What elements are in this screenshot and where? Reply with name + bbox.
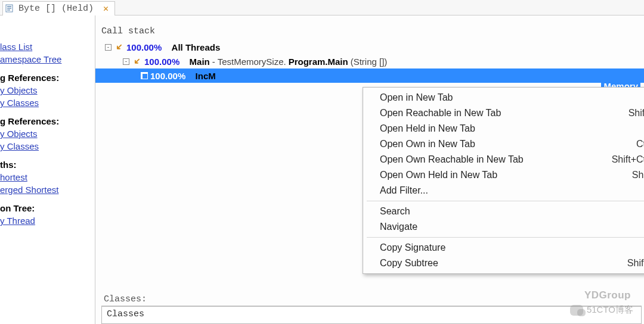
close-icon[interactable]: ✕ (103, 3, 109, 14)
main-panel: Call stack -➜ 100.00% All Threads-➜ 100.… (95, 15, 644, 324)
menu-item-label: Open in New Tab (380, 92, 453, 103)
sidebar-link[interactable]: lass List (0, 42, 95, 52)
menu-item[interactable]: Copy SignatureCtrl+C (363, 240, 644, 256)
menu-item-label: Open Own in New Tab (380, 139, 475, 149)
callstack-tree: -➜ 100.00% All Threads-➜ 100.00% Main - … (101, 40, 642, 83)
menu-item-label: Add Filter... (380, 185, 428, 196)
menu-shortcut: Shift+Ctrl+T (628, 108, 644, 119)
classes-header: Classes: (101, 293, 642, 306)
arrow-icon: ➜ (131, 55, 144, 68)
percent-value: 100.00% (150, 71, 185, 81)
svg-rect-3 (7, 10, 10, 11)
menu-item-label: Navigate (380, 222, 417, 232)
menu-separator (367, 237, 644, 238)
menu-item-label: Search (380, 206, 410, 217)
menu-item-label: Copy Signature (380, 242, 445, 253)
menu-item[interactable]: Open Own in New TabCtrl+Alt+T (363, 136, 644, 152)
menu-item[interactable]: Navigate▶ (363, 219, 644, 235)
menu-item[interactable]: Open in New TabCtrl+T (363, 90, 644, 105)
sidebar-link[interactable]: amespace Tree (0, 54, 95, 64)
sidebar-link[interactable]: erged Shortest (0, 185, 95, 195)
menu-item[interactable]: Search▶ (363, 204, 644, 219)
content-area: lass Listamespace Treeg References:y Obj… (0, 15, 644, 324)
node-context: - TestMemorySize. (212, 57, 286, 67)
node-name: Main (190, 57, 210, 67)
callstack-label: Call stack (101, 26, 642, 36)
node-name: All Threads (172, 42, 221, 52)
menu-item-label: Open Held in New Tab (380, 123, 475, 134)
tab-title: Byte [] (Held) (18, 4, 94, 14)
percent-value: 100.00% (126, 42, 162, 52)
sidebar-link[interactable]: y Objects (0, 129, 95, 139)
menu-item-label: Open Reachable in New Tab (380, 108, 501, 119)
sidebar-link[interactable]: y Thread (0, 216, 95, 226)
context-menu: Open in New TabCtrl+TOpen Reachable in N… (363, 87, 644, 274)
node-context-bold: Program.Main (289, 57, 348, 67)
menu-item[interactable]: Open Own Held in New TabShift+Alt+T (363, 167, 644, 183)
menu-shortcut: Shift+Ctrl+C (627, 258, 644, 269)
sidebar: lass Listamespace Treeg References:y Obj… (0, 15, 95, 324)
node-context-suffix: (String []) (351, 57, 388, 67)
menu-item[interactable]: Open Own Reachable in New TabShift+Ctrl+… (363, 152, 644, 167)
menu-shortcut: Shift+Alt+T (632, 170, 644, 180)
node-name: IncM (196, 71, 216, 81)
sidebar-heading: on Tree: (0, 203, 95, 213)
grid-icon (141, 72, 148, 79)
sidebar-heading: g References: (0, 73, 95, 83)
sidebar-link[interactable]: hortest (0, 172, 95, 182)
menu-item-label: Open Own Held in New Tab (380, 170, 497, 180)
tab-byte-held[interactable]: Byte [] (Held) ✕ (2, 1, 115, 15)
menu-shortcut: Shift+Ctrl+Alt+T (612, 154, 644, 165)
classes-panel: Classes: Classes (101, 293, 642, 324)
expand-toggle-icon[interactable]: - (105, 44, 112, 51)
menu-item[interactable]: Copy SubtreeShift+Ctrl+C (363, 256, 644, 271)
tab-bar: Byte [] (Held) ✕ (0, 0, 644, 15)
tree-row[interactable]: -➜ 100.00% Main - TestMemorySize.Program… (101, 54, 642, 68)
percent-value: 100.00% (144, 57, 179, 67)
arrow-icon: ➜ (113, 40, 126, 54)
menu-item-label: Copy Subtree (380, 258, 438, 269)
sidebar-link[interactable]: y Classes (0, 98, 95, 108)
tree-row[interactable]: -➜ 100.00% All Threads (101, 40, 642, 54)
svg-rect-2 (7, 8, 11, 9)
tree-row[interactable]: 100.00% IncM (95, 68, 644, 83)
sidebar-heading: ths: (0, 160, 95, 170)
svg-rect-1 (7, 6, 11, 7)
menu-item[interactable]: Open Reachable in New TabShift+Ctrl+T (363, 105, 644, 121)
sidebar-link[interactable]: y Objects (0, 85, 95, 95)
menu-item-label: Open Own Reachable in New Tab (380, 154, 524, 165)
menu-item[interactable]: Open Held in New TabShift+T (363, 121, 644, 136)
classes-body-text: Classes (107, 309, 144, 319)
file-icon (5, 4, 15, 13)
menu-item[interactable]: Add Filter... (363, 183, 644, 198)
expand-toggle-icon[interactable]: - (123, 58, 129, 65)
classes-box[interactable]: Classes (101, 306, 642, 324)
sidebar-link[interactable]: y Classes (0, 141, 95, 151)
menu-shortcut: Ctrl+Alt+T (636, 139, 644, 149)
menu-separator (367, 201, 644, 201)
sidebar-heading: g References: (0, 116, 95, 126)
